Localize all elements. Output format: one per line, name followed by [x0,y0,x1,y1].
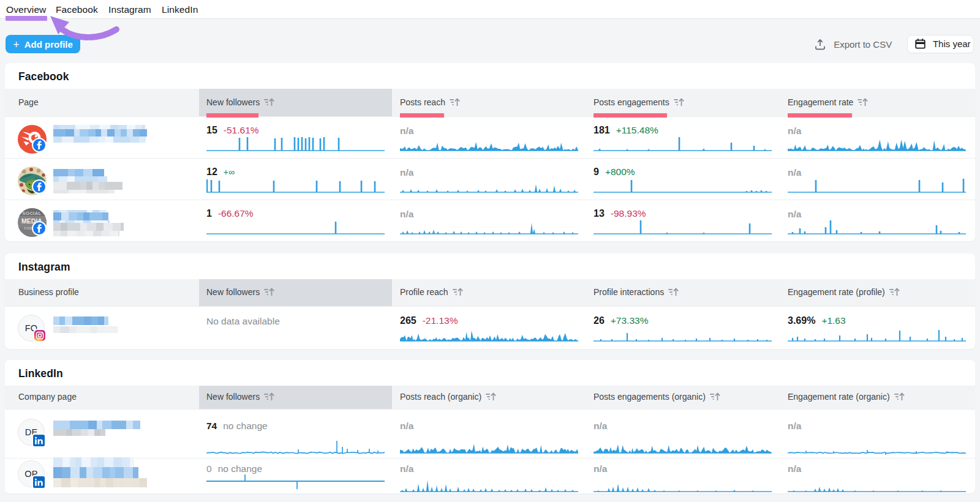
svg-text:SOCIAL: SOCIAL [22,211,41,216]
